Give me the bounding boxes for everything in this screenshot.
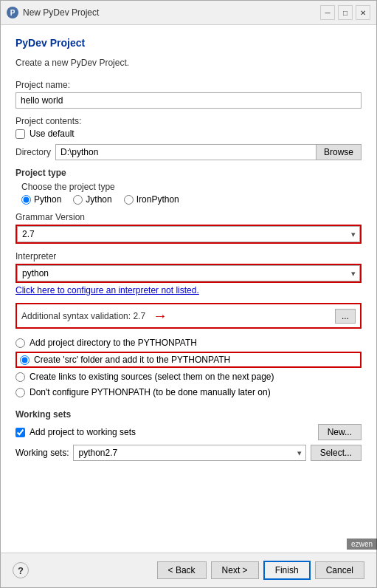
- validation-group: Additional syntax validation: 2.7 → ...: [15, 303, 362, 329]
- close-button[interactable]: ✕: [356, 5, 370, 20]
- dialog-footer: ? < Back Next > Finish Cancel: [1, 553, 376, 587]
- validation-row: Additional syntax validation: 2.7 → ...: [15, 303, 362, 329]
- directory-input[interactable]: [55, 144, 316, 160]
- radio-ironpython-label: IronPython: [136, 194, 179, 205]
- dialog-content: PyDev Project Create a new PyDev Project…: [1, 25, 376, 553]
- dialog-window: P New PyDev Project ─ □ ✕ PyDev Project …: [0, 0, 377, 588]
- app-icon: P: [7, 7, 18, 18]
- radio-ironpython-input[interactable]: [124, 195, 134, 205]
- interpreter-label: Interpreter: [15, 251, 362, 261]
- back-button[interactable]: < Back: [157, 561, 207, 579]
- working-sets-select[interactable]: python2.7: [73, 445, 305, 461]
- project-type-group: Project type Choose the project type Pyt…: [15, 168, 362, 205]
- pythonpath-option1: Add project directory to the PYTHONPATH: [15, 336, 362, 349]
- use-default-checkbox[interactable]: [15, 129, 25, 139]
- grammar-label: Grammar Version: [15, 212, 362, 222]
- page-title: PyDev Project: [15, 37, 362, 49]
- pythonpath-label3: Create links to existing sources (select…: [30, 372, 274, 382]
- footer-right: < Back Next > Finish Cancel: [157, 561, 364, 580]
- radio-python-label: Python: [34, 194, 61, 205]
- working-sets-group: Working sets Add project to working sets…: [15, 409, 362, 461]
- window-controls: ─ □ ✕: [320, 5, 370, 20]
- pythonpath-label2: Create 'src' folder and add it to the PY…: [34, 355, 230, 365]
- maximize-button[interactable]: □: [338, 5, 353, 20]
- footer-left: ?: [13, 562, 29, 578]
- pythonpath-radio1[interactable]: [15, 338, 25, 348]
- interpreter-group: Interpreter python python3 Click here to…: [15, 251, 362, 295]
- project-type-label: Project type: [15, 168, 362, 178]
- project-type-radio-group: Python Jython IronPython: [21, 194, 362, 205]
- pythonpath-label1: Add project directory to the PYTHONPATH: [30, 338, 197, 348]
- pythonpath-radio3[interactable]: [15, 372, 25, 382]
- directory-label: Directory: [15, 147, 51, 157]
- radio-python: Python: [21, 194, 61, 205]
- grammar-select[interactable]: 2.7 3.0 3.5 3.6: [17, 226, 360, 242]
- use-default-row: Use default: [15, 129, 362, 139]
- project-contents-label: Project contents:: [15, 116, 362, 126]
- pythonpath-option4: Don't configure PYTHONPATH (to be done m…: [15, 386, 362, 399]
- page-subtitle: Create a new PyDev Project.: [15, 58, 362, 68]
- add-working-sets-label: Add project to working sets: [30, 427, 136, 437]
- next-button[interactable]: Next >: [211, 561, 259, 579]
- title-bar: P New PyDev Project ─ □ ✕: [1, 1, 376, 25]
- new-working-set-button[interactable]: New...: [318, 424, 362, 440]
- project-name-group: Project name:: [15, 80, 362, 109]
- dots-button[interactable]: ...: [335, 309, 356, 324]
- finish-button[interactable]: Finish: [263, 561, 311, 580]
- browse-button[interactable]: Browse: [316, 144, 362, 160]
- grammar-group: Grammar Version 2.7 3.0 3.5 3.6: [15, 212, 362, 244]
- radio-ironpython: IronPython: [124, 194, 179, 205]
- cancel-button[interactable]: Cancel: [315, 561, 364, 579]
- project-contents-group: Project contents: Use default Directory …: [15, 116, 362, 160]
- add-working-sets-checkbox[interactable]: [15, 428, 25, 437]
- project-name-label: Project name:: [15, 80, 362, 90]
- validation-label: Additional syntax validation: 2.7: [21, 311, 145, 321]
- working-sets-checkbox-row: Add project to working sets New...: [15, 424, 362, 440]
- radio-jython-input[interactable]: [73, 195, 83, 205]
- radio-python-input[interactable]: [21, 195, 31, 205]
- project-name-input[interactable]: [15, 92, 362, 109]
- add-to-working-sets-row: Add project to working sets: [15, 427, 136, 437]
- minimize-button[interactable]: ─: [320, 5, 335, 20]
- project-type-sublabel: Choose the project type: [21, 182, 362, 192]
- watermark: ezwen: [347, 539, 377, 550]
- pythonpath-radio2[interactable]: [20, 355, 30, 365]
- window-title: New PyDev Project: [23, 7, 99, 18]
- help-button[interactable]: ?: [13, 562, 29, 578]
- radio-jython: Jython: [73, 194, 111, 205]
- pythonpath-radio4[interactable]: [15, 388, 25, 397]
- working-sets-title: Working sets: [15, 409, 362, 420]
- pythonpath-option3: Create links to existing sources (select…: [15, 370, 362, 383]
- select-working-set-button[interactable]: Select...: [311, 445, 362, 461]
- interpreter-select[interactable]: python python3: [17, 265, 360, 281]
- working-sets-input-row: Working sets: python2.7 Select...: [15, 445, 362, 461]
- pythonpath-label4: Don't configure PYTHONPATH (to be done m…: [30, 387, 271, 397]
- use-default-label: Use default: [30, 129, 75, 139]
- pythonpath-group: Add project directory to the PYTHONPATH …: [15, 336, 362, 399]
- radio-jython-label: Jython: [86, 194, 111, 205]
- title-bar-left: P New PyDev Project: [7, 7, 99, 18]
- working-sets-label: Working sets:: [15, 448, 69, 458]
- configure-interpreter-link[interactable]: Click here to configure an interpreter n…: [15, 285, 362, 295]
- pythonpath-option2-highlighted: Create 'src' folder and add it to the PY…: [15, 352, 362, 368]
- red-arrow-icon: →: [153, 307, 167, 324]
